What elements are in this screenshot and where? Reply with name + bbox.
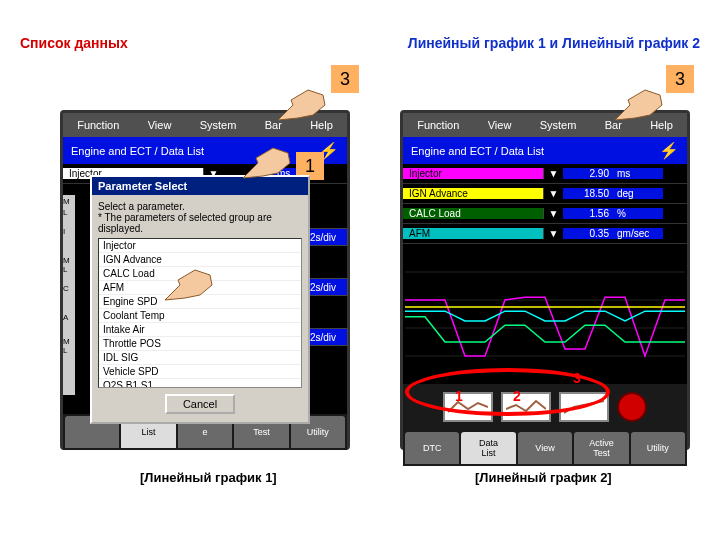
mini-graphs xyxy=(403,384,687,430)
dialog-instr2: * The parameters of selected group are d… xyxy=(98,212,302,234)
tab-utility[interactable]: Utility xyxy=(631,432,685,464)
cancel-button[interactable]: Cancel xyxy=(165,394,235,414)
menu-function[interactable]: Function xyxy=(77,119,119,131)
param-value: 0.35 xyxy=(563,228,613,239)
param-unit: % xyxy=(613,208,663,219)
mini-num-3: 3 xyxy=(573,370,581,386)
param-row[interactable]: IGN Advance ▼ 18.50 deg xyxy=(403,184,687,204)
breadcrumb: Engine and ECT / Data List ⚡ xyxy=(403,137,687,164)
badge-3-left: 3 xyxy=(331,65,359,93)
dropdown-icon[interactable]: ▼ xyxy=(543,188,563,199)
hand-icon xyxy=(238,138,298,188)
param-row[interactable]: CALC Load ▼ 1.56 % xyxy=(403,204,687,224)
tab-view[interactable]: View xyxy=(518,432,572,464)
dialog-instr1: Select a parameter. xyxy=(98,201,302,212)
line-graph xyxy=(403,244,687,384)
breadcrumb-text: Engine and ECT / Data List xyxy=(71,145,204,157)
list-item[interactable]: Throttle POS xyxy=(99,337,301,351)
mini-graph-3[interactable] xyxy=(559,392,609,422)
list-item[interactable]: Intake Air xyxy=(99,323,301,337)
menu-system[interactable]: System xyxy=(200,119,237,131)
param-name: CALC Load xyxy=(403,208,543,219)
title-right: Линейный график 1 и Линейный график 2 xyxy=(408,35,700,51)
mini-num-2: 2 xyxy=(513,388,521,404)
hand-icon xyxy=(160,260,220,310)
mini-graph-1[interactable] xyxy=(443,392,493,422)
mini-num-1: 1 xyxy=(455,388,463,404)
param-unit: gm/sec xyxy=(613,228,663,239)
param-name: Injector xyxy=(403,168,543,179)
list-item[interactable]: Vehicle SPD xyxy=(99,365,301,379)
param-value: 2.90 xyxy=(563,168,613,179)
menu-system[interactable]: System xyxy=(540,119,577,131)
record-button[interactable] xyxy=(617,392,647,422)
list-item[interactable]: O2S B1 S1 xyxy=(99,379,301,388)
left-strip: MLI MLC AML xyxy=(63,195,75,395)
dropdown-icon[interactable]: ▼ xyxy=(543,168,563,179)
tab-dtc[interactable]: DTC xyxy=(405,432,459,464)
menu-function[interactable]: Function xyxy=(417,119,459,131)
hand-icon xyxy=(273,80,333,130)
menu-view[interactable]: View xyxy=(148,119,172,131)
param-name: AFM xyxy=(403,228,543,239)
bottom-tabs: DTC Data List View Active Test Utility xyxy=(403,430,687,466)
device-right: Function View System Bar Help Engine and… xyxy=(400,110,690,450)
param-value: 18.50 xyxy=(563,188,613,199)
param-row[interactable]: Injector ▼ 2.90 ms xyxy=(403,164,687,184)
dropdown-icon[interactable]: ▼ xyxy=(543,208,563,219)
list-item[interactable]: Injector xyxy=(99,239,301,253)
hand-icon xyxy=(610,80,670,130)
param-row[interactable]: AFM ▼ 0.35 gm/sec xyxy=(403,224,687,244)
param-unit: deg xyxy=(613,188,663,199)
list-item[interactable]: Coolant Temp xyxy=(99,309,301,323)
breadcrumb-text: Engine and ECT / Data List xyxy=(411,145,544,157)
param-name: IGN Advance xyxy=(403,188,543,199)
list-item[interactable]: IDL SIG xyxy=(99,351,301,365)
dropdown-icon[interactable]: ▼ xyxy=(543,228,563,239)
title-left: Список данных xyxy=(20,35,128,51)
param-value: 1.56 xyxy=(563,208,613,219)
param-unit: ms xyxy=(613,168,663,179)
caption-right: [Линейный график 2] xyxy=(475,470,612,485)
tab-datalist[interactable]: Data List xyxy=(461,432,515,464)
tab-active[interactable]: Active Test xyxy=(574,432,628,464)
badge-3-right: 3 xyxy=(666,65,694,93)
menu-view[interactable]: View xyxy=(488,119,512,131)
caption-left: [Линейный график 1] xyxy=(140,470,277,485)
mini-graph-2[interactable] xyxy=(501,392,551,422)
param-table-right: Injector ▼ 2.90 ms IGN Advance ▼ 18.50 d… xyxy=(403,164,687,244)
lightning-icon: ⚡ xyxy=(659,141,679,160)
graph-svg xyxy=(403,244,687,384)
